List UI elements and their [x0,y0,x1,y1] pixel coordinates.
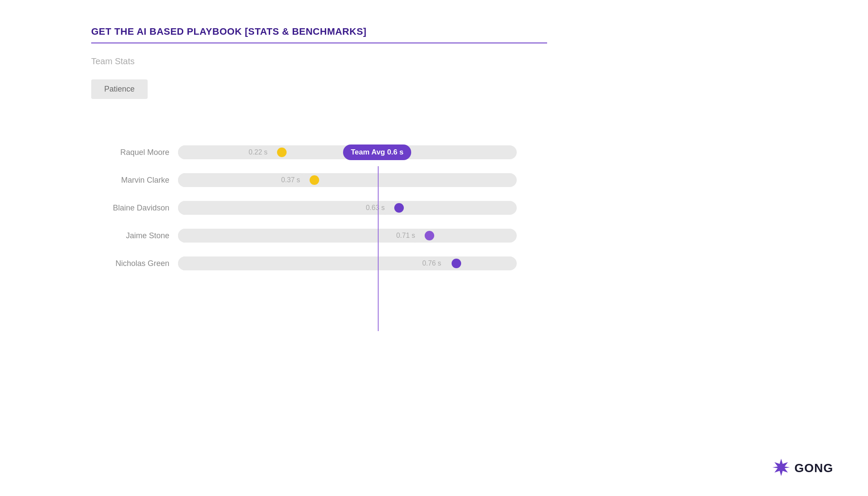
dot-raquel [277,148,287,157]
bar-value-raquel: 0.22 s [178,145,274,159]
gong-logo: GONG [772,458,833,479]
table-row: Raquel Moore 0.22 s [91,145,547,160]
table-row: Nicholas Green 0.76 s [91,256,547,271]
team-avg-label: Team Avg 0.6 s [343,145,411,160]
bar-value-jaime: 0.71 s [178,229,421,243]
dot-blaine [394,203,404,213]
bar-value-blaine: 0.63 s [178,201,391,215]
bar-container-blaine: 0.63 s [178,200,547,216]
filter-tab[interactable]: Patience [91,79,148,99]
avg-line [378,166,379,331]
dot-marvin [310,175,319,185]
gong-logo-text: GONG [794,461,833,475]
row-name-blaine: Blaine Davidson [91,204,178,213]
table-row: Marvin Clarke 0.37 s [91,172,547,188]
section-label: Team Stats [91,56,547,66]
chart-rows: Raquel Moore 0.22 s Marvin Clarke 0.37 s [91,145,547,271]
table-row: Blaine Davidson 0.63 s [91,200,547,216]
main-content: GET THE AI BASED PLAYBOOK [STATS & BENCH… [91,26,547,283]
bar-value-marvin: 0.37 s [178,173,306,187]
row-name-raquel: Raquel Moore [91,148,178,157]
row-name-marvin: Marvin Clarke [91,176,178,185]
bar-value-nicholas: 0.76 s [178,256,447,270]
bar-container-marvin: 0.37 s [178,172,547,188]
page-title: GET THE AI BASED PLAYBOOK [STATS & BENCH… [91,26,547,43]
bar-container-nicholas: 0.76 s [178,256,547,271]
row-name-jaime: Jaime Stone [91,231,178,240]
table-row: Jaime Stone 0.71 s [91,228,547,243]
page-container: GET THE AI BASED PLAYBOOK [STATS & BENCH… [0,0,868,496]
bar-container-jaime: 0.71 s [178,228,547,243]
chart-area: Team Avg 0.6 s Raquel Moore 0.22 s Marvi… [91,145,547,271]
gong-star-icon [772,458,791,479]
dot-jaime [425,231,434,240]
dot-nicholas [452,259,461,268]
row-name-nicholas: Nicholas Green [91,259,178,268]
